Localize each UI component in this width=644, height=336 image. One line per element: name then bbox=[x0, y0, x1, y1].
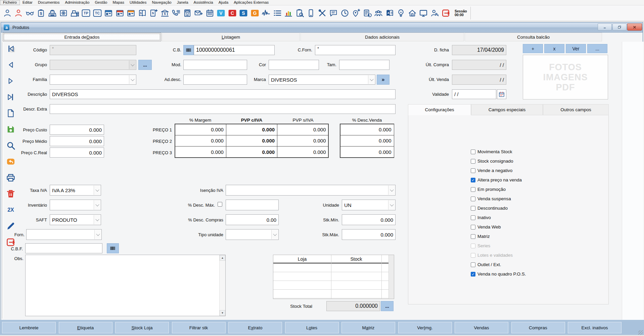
menu-editar[interactable]: Editar bbox=[20, 0, 35, 5]
user-red-icon[interactable] bbox=[14, 8, 23, 18]
preco-custo-input[interactable]: 0.000 bbox=[50, 125, 104, 135]
new-record-icon[interactable] bbox=[6, 108, 16, 118]
preco1-desc-venda[interactable]: 0.000 bbox=[340, 124, 394, 135]
button-lotes[interactable]: Lotes bbox=[285, 322, 339, 333]
stkmin-input[interactable]: 0.000 bbox=[342, 214, 396, 225]
checkbox-series[interactable] bbox=[471, 244, 475, 248]
menu-assistencia[interactable]: Assistência bbox=[191, 0, 216, 5]
pos-terminal-icon[interactable]: POS bbox=[70, 8, 79, 18]
chevron-down-icon[interactable] bbox=[94, 200, 100, 210]
clipboard-search-icon[interactable] bbox=[295, 8, 304, 18]
user-key-icon[interactable] bbox=[430, 8, 439, 18]
calculator-icon[interactable] bbox=[183, 8, 192, 18]
checkbox-venda-suspensa[interactable] bbox=[471, 197, 475, 201]
exit-icon[interactable] bbox=[6, 237, 16, 247]
stock-table-scrollbar[interactable] bbox=[388, 255, 394, 299]
unidade-select[interactable]: UN bbox=[342, 200, 396, 210]
obs-scrollbar[interactable] bbox=[219, 255, 225, 316]
cbf-barcode-button[interactable] bbox=[107, 243, 119, 253]
forn-select[interactable] bbox=[26, 229, 102, 240]
preco3-cell-1[interactable]: 0.000 bbox=[226, 146, 277, 158]
preco2-cell-2[interactable]: 0.000 bbox=[277, 135, 328, 146]
ledger-book-icon[interactable]: $ bbox=[138, 8, 147, 18]
phone-contacts-icon[interactable] bbox=[172, 8, 181, 18]
grupo-select[interactable] bbox=[50, 60, 136, 70]
calendar-blue-icon[interactable] bbox=[104, 8, 113, 18]
checkbox-em-promocao[interactable] bbox=[471, 187, 475, 192]
calendar-orange-icon[interactable] bbox=[127, 8, 136, 18]
checkbox-outlet-ext[interactable] bbox=[471, 262, 475, 267]
chevron-down-icon[interactable] bbox=[388, 185, 395, 195]
preco2-cell-0[interactable]: 0.000 bbox=[175, 135, 226, 146]
doc-history-icon[interactable] bbox=[363, 8, 372, 18]
chevron-down-icon[interactable] bbox=[271, 230, 278, 239]
pin-add-icon[interactable] bbox=[352, 8, 361, 18]
mod-input[interactable] bbox=[183, 60, 247, 70]
badge-g-icon[interactable]: G bbox=[250, 8, 259, 18]
invoice-plus-icon[interactable]: $ bbox=[149, 8, 158, 18]
menu-ficheiro[interactable]: Ficheiro bbox=[0, 0, 20, 5]
chevron-down-icon[interactable] bbox=[129, 60, 136, 69]
scroll-down-icon[interactable]: ▼ bbox=[220, 310, 225, 316]
chevron-down-icon[interactable] bbox=[94, 230, 101, 239]
photo-remove-button[interactable]: x bbox=[544, 44, 564, 53]
button-matriz[interactable]: Matriz bbox=[341, 322, 395, 333]
taxaiva-select[interactable]: IVA A 23% bbox=[50, 185, 101, 196]
button-ver-img[interactable]: Ver Img. bbox=[398, 322, 452, 333]
badge-s-icon[interactable]: S bbox=[239, 8, 248, 18]
checkbox-altera-preco-na-venda[interactable]: ✓ bbox=[471, 178, 475, 182]
tab-consulta-balcao[interactable]: Consulta balcão bbox=[465, 33, 602, 41]
button-extrato[interactable]: Extrato bbox=[228, 322, 282, 333]
cb-barcode-button[interactable] bbox=[183, 45, 194, 55]
edit-icon[interactable] bbox=[6, 221, 16, 231]
checkbox-vende-a-negativo[interactable] bbox=[471, 168, 475, 173]
smartphone-icon[interactable] bbox=[307, 8, 316, 18]
descrextra-input[interactable] bbox=[50, 104, 396, 114]
calendar-grid-icon[interactable] bbox=[205, 8, 214, 18]
inventario-select[interactable] bbox=[50, 200, 101, 210]
tipounidade-select[interactable] bbox=[226, 229, 279, 240]
nav-prev-icon[interactable] bbox=[6, 60, 16, 70]
badge-tp-icon[interactable]: TP bbox=[82, 8, 91, 18]
preco-creal-input[interactable]: 0.000 bbox=[50, 148, 104, 158]
button-filtrar-stk[interactable]: Filtrar stk bbox=[172, 322, 226, 333]
undo-icon[interactable] bbox=[6, 157, 16, 167]
bank-icon[interactable]: $ bbox=[160, 8, 169, 18]
glasses-icon[interactable] bbox=[25, 8, 34, 18]
tab-dados-adicionais[interactable]: Dados adicionais bbox=[301, 33, 464, 41]
badge-tc-icon[interactable]: TC bbox=[93, 8, 102, 18]
descmax-input[interactable] bbox=[226, 200, 279, 210]
nav-first-icon[interactable] bbox=[6, 44, 16, 54]
menu-administracao[interactable]: Administração bbox=[62, 0, 92, 5]
descmax-checkbox[interactable] bbox=[218, 202, 222, 207]
lightbulb-icon[interactable] bbox=[397, 8, 406, 18]
badge-v-icon[interactable]: V bbox=[217, 8, 226, 18]
photo-more-button[interactable]: ... bbox=[587, 44, 607, 53]
button-lembrete[interactable]: Lembrete bbox=[2, 322, 56, 333]
marca-more-button[interactable]: » bbox=[377, 75, 389, 85]
bar-chart-icon[interactable] bbox=[284, 8, 293, 18]
button-etiqueta[interactable]: Etiqueta bbox=[59, 322, 112, 333]
resize-grip[interactable] bbox=[638, 330, 643, 335]
chevron-down-icon[interactable] bbox=[129, 75, 136, 84]
menu-gestao[interactable]: Gestão bbox=[92, 0, 110, 5]
checkbox-movimenta-stock[interactable] bbox=[471, 150, 475, 154]
menu-documentos[interactable]: Documentos bbox=[35, 0, 62, 5]
cor-input[interactable] bbox=[269, 60, 319, 70]
calendar-red-icon[interactable] bbox=[115, 8, 124, 18]
badge-c-icon[interactable]: C bbox=[228, 8, 237, 18]
minimize-button[interactable] bbox=[598, 24, 612, 31]
clock-icon[interactable] bbox=[340, 8, 349, 18]
menu-janela[interactable]: Janela bbox=[174, 0, 191, 5]
familia-select[interactable] bbox=[50, 75, 136, 85]
chevron-down-icon[interactable] bbox=[388, 200, 395, 210]
nav-last-icon[interactable] bbox=[6, 92, 16, 102]
monitor-icon[interactable] bbox=[419, 8, 428, 18]
menu-mapas[interactable]: Mapas bbox=[110, 0, 127, 5]
button-vendas[interactable]: Vendas bbox=[455, 322, 508, 333]
user-blue-icon[interactable] bbox=[3, 8, 12, 18]
tam-input[interactable] bbox=[339, 60, 389, 70]
stkmax-input[interactable]: 0.000 bbox=[342, 229, 396, 240]
people-icon[interactable] bbox=[374, 8, 383, 18]
menu-aplicacoes-externas[interactable]: Aplicações Externas bbox=[231, 0, 271, 5]
